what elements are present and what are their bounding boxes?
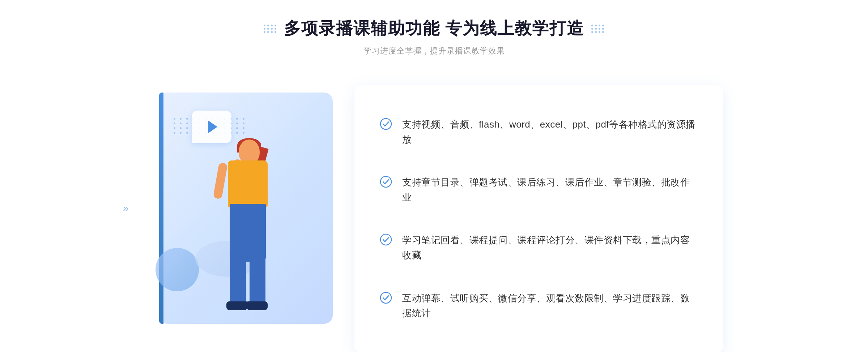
main-title: 多项录播课辅助功能 专为线上教学打造 — [284, 17, 584, 40]
svg-point-1 — [380, 176, 391, 187]
person-shoe-left — [226, 301, 247, 310]
person-shoe-right — [247, 301, 268, 310]
person-arm-left — [213, 162, 228, 199]
svg-point-0 — [380, 119, 391, 129]
feature-text-2: 支持章节目录、弹题考试、课后练习、课后作业、章节测验、批改作业 — [402, 175, 698, 205]
chevron-icon-1: » — [123, 203, 129, 213]
feature-item-3: 学习笔记回看、课程提问、课程评论打分、课件资料下载，重点内容收藏 — [380, 219, 698, 277]
left-decorative-dots — [264, 25, 277, 33]
header-section: 多项录播课辅助功能 专为线上教学打造 学习进度全掌握，提升录播课教学效果 — [264, 17, 605, 56]
feature-item-1: 支持视频、音频、flash、word、excel、ppt、pdf等各种格式的资源… — [380, 103, 698, 161]
title-row: 多项录播课辅助功能 专为线上教学打造 — [264, 17, 605, 40]
person-shirt — [228, 160, 268, 207]
person-figure — [181, 125, 289, 335]
person-leg-left — [230, 254, 246, 305]
content-area: » — [145, 74, 723, 352]
right-decorative-dots — [591, 25, 604, 33]
check-icon-2 — [380, 176, 392, 188]
illustration-panel: » — [145, 82, 347, 335]
svg-point-2 — [380, 234, 391, 245]
feature-text-1: 支持视频、音频、flash、word、excel、ppt、pdf等各种格式的资源… — [402, 117, 698, 147]
blue-accent — [159, 93, 163, 324]
person-leg-right — [250, 254, 265, 305]
feature-item-4: 互动弹幕、试听购买、微信分享、观看次数限制、学习进度跟踪、数据统计 — [380, 277, 698, 335]
subtitle: 学习进度全掌握，提升录播课教学效果 — [363, 46, 505, 56]
features-panel: 支持视频、音频、flash、word、excel、ppt、pdf等各种格式的资源… — [354, 85, 723, 352]
check-icon-1 — [380, 118, 392, 130]
check-icon-4 — [380, 292, 392, 304]
feature-text-3: 学习笔记回看、课程提问、课程评论打分、课件资料下载，重点内容收藏 — [402, 233, 698, 263]
page-wrapper: 多项录播课辅助功能 专为线上教学打造 学习进度全掌握，提升录播课教学效果 » — [0, 17, 868, 352]
check-icon-3 — [380, 233, 392, 246]
person-pants — [230, 204, 266, 262]
svg-point-3 — [380, 292, 391, 303]
feature-item-2: 支持章节目录、弹题考试、课后练习、课后作业、章节测验、批改作业 — [380, 161, 698, 219]
person-body — [181, 125, 289, 335]
left-chevrons: » — [123, 203, 129, 213]
feature-text-4: 互动弹幕、试听购买、微信分享、观看次数限制、学习进度跟踪、数据统计 — [402, 291, 698, 321]
